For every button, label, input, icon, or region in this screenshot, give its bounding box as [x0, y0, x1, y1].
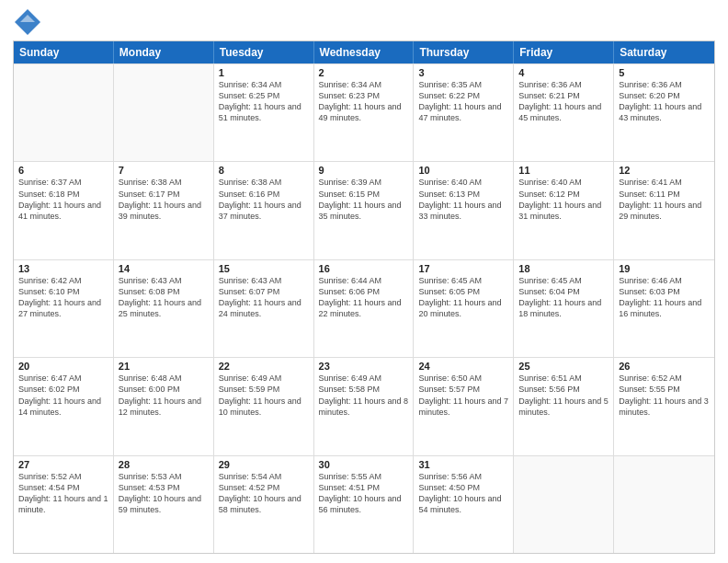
- calendar-cell: 25Sunrise: 6:51 AM Sunset: 5:56 PM Dayli…: [514, 358, 614, 454]
- day-number: 4: [518, 67, 609, 78]
- calendar-cell: 16Sunrise: 6:44 AM Sunset: 6:06 PM Dayli…: [314, 260, 415, 357]
- calendar-cell: 26Sunrise: 6:52 AM Sunset: 5:55 PM Dayli…: [614, 358, 714, 454]
- logo: [13, 9, 40, 35]
- calendar-cell: 28Sunrise: 5:53 AM Sunset: 4:53 PM Dayli…: [114, 456, 214, 553]
- calendar-cell: 8Sunrise: 6:38 AM Sunset: 6:16 PM Daylig…: [214, 162, 314, 259]
- day-info: Sunrise: 6:44 AM Sunset: 6:06 PM Dayligh…: [319, 275, 409, 320]
- calendar-cell: 5Sunrise: 6:36 AM Sunset: 6:20 PM Daylig…: [614, 64, 714, 161]
- day-info: Sunrise: 5:52 AM Sunset: 4:54 PM Dayligh…: [18, 471, 108, 516]
- day-number: 26: [619, 361, 710, 372]
- calendar-cell: 3Sunrise: 6:35 AM Sunset: 6:22 PM Daylig…: [414, 64, 514, 161]
- calendar-cell: 4Sunrise: 6:36 AM Sunset: 6:21 PM Daylig…: [514, 64, 614, 161]
- day-info: Sunrise: 6:39 AM Sunset: 6:15 PM Dayligh…: [319, 177, 409, 222]
- calendar-row: 1Sunrise: 6:34 AM Sunset: 6:25 PM Daylig…: [14, 63, 714, 161]
- weekday-header: Thursday: [414, 41, 514, 63]
- calendar-cell: 27Sunrise: 5:52 AM Sunset: 4:54 PM Dayli…: [14, 456, 114, 553]
- day-info: Sunrise: 6:35 AM Sunset: 6:22 PM Dayligh…: [418, 79, 508, 124]
- day-info: Sunrise: 6:50 AM Sunset: 5:57 PM Dayligh…: [418, 373, 508, 418]
- day-info: Sunrise: 6:34 AM Sunset: 6:25 PM Dayligh…: [219, 79, 309, 124]
- day-info: Sunrise: 5:56 AM Sunset: 4:50 PM Dayligh…: [418, 471, 508, 516]
- day-number: 10: [418, 165, 508, 176]
- day-number: 1: [219, 67, 309, 78]
- calendar-cell: 13Sunrise: 6:42 AM Sunset: 6:10 PM Dayli…: [14, 260, 114, 357]
- weekday-header: Wednesday: [314, 41, 415, 63]
- weekday-header: Saturday: [614, 41, 714, 63]
- day-number: 9: [319, 165, 409, 176]
- day-info: Sunrise: 6:49 AM Sunset: 5:59 PM Dayligh…: [219, 373, 309, 418]
- header: [13, 9, 715, 35]
- day-info: Sunrise: 6:42 AM Sunset: 6:10 PM Dayligh…: [18, 275, 108, 320]
- day-info: Sunrise: 6:49 AM Sunset: 5:58 PM Dayligh…: [319, 373, 409, 418]
- day-info: Sunrise: 6:48 AM Sunset: 6:00 PM Dayligh…: [119, 373, 209, 418]
- calendar-cell: 19Sunrise: 6:46 AM Sunset: 6:03 PM Dayli…: [614, 260, 714, 357]
- day-number: 12: [619, 165, 710, 176]
- day-number: 15: [219, 263, 309, 274]
- day-number: 20: [18, 361, 108, 372]
- day-number: 11: [518, 165, 609, 176]
- day-number: 24: [418, 361, 508, 372]
- logo-icon: [15, 9, 40, 35]
- calendar-cell: [614, 456, 714, 553]
- day-number: 14: [119, 263, 209, 274]
- weekday-header: Friday: [514, 41, 614, 63]
- day-info: Sunrise: 6:38 AM Sunset: 6:17 PM Dayligh…: [119, 177, 209, 222]
- day-info: Sunrise: 6:43 AM Sunset: 6:07 PM Dayligh…: [219, 275, 309, 320]
- day-number: 22: [219, 361, 309, 372]
- day-info: Sunrise: 5:53 AM Sunset: 4:53 PM Dayligh…: [119, 471, 209, 516]
- day-info: Sunrise: 6:52 AM Sunset: 5:55 PM Dayligh…: [619, 373, 710, 418]
- day-number: 23: [319, 361, 409, 372]
- calendar-cell: 22Sunrise: 6:49 AM Sunset: 5:59 PM Dayli…: [214, 358, 314, 454]
- day-number: 30: [319, 459, 409, 470]
- day-info: Sunrise: 6:37 AM Sunset: 6:18 PM Dayligh…: [18, 177, 108, 222]
- calendar-cell: 20Sunrise: 6:47 AM Sunset: 6:02 PM Dayli…: [14, 358, 114, 454]
- day-number: 17: [418, 263, 508, 274]
- day-info: Sunrise: 6:47 AM Sunset: 6:02 PM Dayligh…: [18, 373, 108, 418]
- day-number: 21: [119, 361, 209, 372]
- page: SundayMondayTuesdayWednesdayThursdayFrid…: [0, 0, 728, 563]
- day-number: 25: [518, 361, 609, 372]
- calendar-cell: 14Sunrise: 6:43 AM Sunset: 6:08 PM Dayli…: [114, 260, 214, 357]
- day-info: Sunrise: 6:36 AM Sunset: 6:21 PM Dayligh…: [518, 79, 609, 124]
- day-info: Sunrise: 6:40 AM Sunset: 6:13 PM Dayligh…: [418, 177, 508, 222]
- calendar-cell: [14, 64, 114, 161]
- day-info: Sunrise: 6:41 AM Sunset: 6:11 PM Dayligh…: [619, 177, 710, 222]
- calendar-row: 6Sunrise: 6:37 AM Sunset: 6:18 PM Daylig…: [14, 161, 714, 259]
- day-number: 7: [119, 165, 209, 176]
- day-number: 31: [418, 459, 508, 470]
- day-info: Sunrise: 6:45 AM Sunset: 6:05 PM Dayligh…: [418, 275, 508, 320]
- day-info: Sunrise: 5:55 AM Sunset: 4:51 PM Dayligh…: [319, 471, 409, 516]
- calendar-body: 1Sunrise: 6:34 AM Sunset: 6:25 PM Daylig…: [14, 63, 714, 553]
- calendar-cell: 6Sunrise: 6:37 AM Sunset: 6:18 PM Daylig…: [14, 162, 114, 259]
- calendar-cell: 18Sunrise: 6:45 AM Sunset: 6:04 PM Dayli…: [514, 260, 614, 357]
- calendar-cell: [114, 64, 214, 161]
- weekday-header: Monday: [114, 41, 214, 63]
- calendar-cell: 1Sunrise: 6:34 AM Sunset: 6:25 PM Daylig…: [214, 64, 314, 161]
- day-number: 29: [219, 459, 309, 470]
- day-number: 13: [18, 263, 108, 274]
- calendar-cell: 29Sunrise: 5:54 AM Sunset: 4:52 PM Dayli…: [214, 456, 314, 553]
- calendar-cell: [514, 456, 614, 553]
- calendar-cell: 2Sunrise: 6:34 AM Sunset: 6:23 PM Daylig…: [314, 64, 415, 161]
- day-number: 6: [18, 165, 108, 176]
- day-number: 5: [619, 67, 710, 78]
- day-info: Sunrise: 6:36 AM Sunset: 6:20 PM Dayligh…: [619, 79, 710, 124]
- day-number: 2: [319, 67, 409, 78]
- calendar-row: 27Sunrise: 5:52 AM Sunset: 4:54 PM Dayli…: [14, 455, 714, 553]
- day-info: Sunrise: 6:51 AM Sunset: 5:56 PM Dayligh…: [518, 373, 609, 418]
- day-info: Sunrise: 6:45 AM Sunset: 6:04 PM Dayligh…: [518, 275, 609, 320]
- calendar-cell: 7Sunrise: 6:38 AM Sunset: 6:17 PM Daylig…: [114, 162, 214, 259]
- calendar-cell: 15Sunrise: 6:43 AM Sunset: 6:07 PM Dayli…: [214, 260, 314, 357]
- calendar-cell: 9Sunrise: 6:39 AM Sunset: 6:15 PM Daylig…: [314, 162, 415, 259]
- calendar-cell: 17Sunrise: 6:45 AM Sunset: 6:05 PM Dayli…: [414, 260, 514, 357]
- weekday-header: Tuesday: [214, 41, 314, 63]
- calendar-cell: 12Sunrise: 6:41 AM Sunset: 6:11 PM Dayli…: [614, 162, 714, 259]
- calendar-cell: 31Sunrise: 5:56 AM Sunset: 4:50 PM Dayli…: [414, 456, 514, 553]
- calendar-row: 20Sunrise: 6:47 AM Sunset: 6:02 PM Dayli…: [14, 357, 714, 454]
- calendar-row: 13Sunrise: 6:42 AM Sunset: 6:10 PM Dayli…: [14, 259, 714, 357]
- calendar-cell: 10Sunrise: 6:40 AM Sunset: 6:13 PM Dayli…: [414, 162, 514, 259]
- calendar-cell: 24Sunrise: 6:50 AM Sunset: 5:57 PM Dayli…: [414, 358, 514, 454]
- day-number: 27: [18, 459, 108, 470]
- day-info: Sunrise: 6:34 AM Sunset: 6:23 PM Dayligh…: [319, 79, 409, 124]
- calendar-cell: 21Sunrise: 6:48 AM Sunset: 6:00 PM Dayli…: [114, 358, 214, 454]
- day-number: 18: [518, 263, 609, 274]
